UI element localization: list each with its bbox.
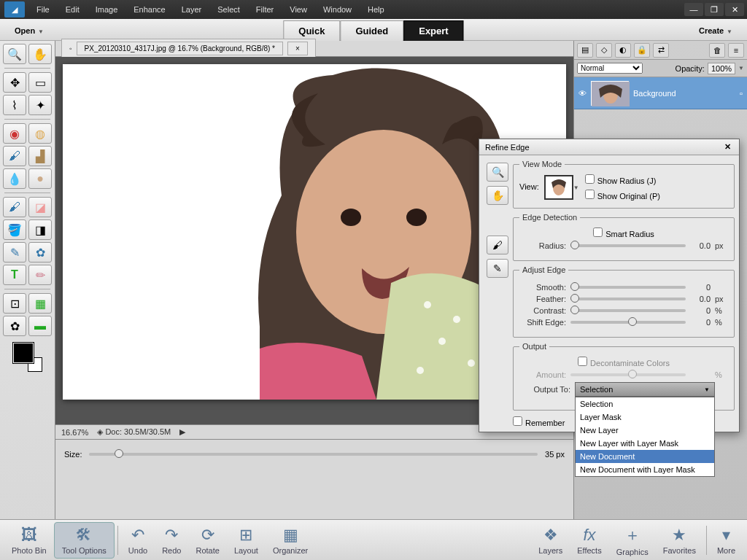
photo-bin-button[interactable]: 🖼Photo Bin	[4, 523, 54, 558]
new-layer-icon[interactable]: ▤	[577, 43, 593, 58]
smart-brush-tool[interactable]: 🖌	[3, 146, 26, 166]
zoom-level[interactable]: 16.67%	[61, 428, 88, 437]
shape-tool[interactable]: ✿	[28, 242, 52, 262]
graphics-icon: ＋	[624, 524, 640, 546]
blur-tool[interactable]: 💧	[3, 168, 26, 189]
link-icon[interactable]: ⇄	[653, 43, 669, 58]
color-swatches[interactable]	[13, 343, 42, 372]
move-tool[interactable]: ✥	[3, 72, 26, 93]
eraser-tool[interactable]: ◪	[28, 197, 52, 217]
more-button[interactable]: ▾More	[710, 523, 743, 558]
graphics-button[interactable]: ＋Graphics	[609, 521, 656, 559]
minimize-button[interactable]: —	[684, 3, 703, 16]
refine-brush-icon[interactable]: 🖌	[487, 236, 508, 254]
scroll-arrow-icon[interactable]: ▶	[179, 427, 185, 437]
healing-tool[interactable]: ◍	[28, 123, 52, 144]
layer-thumbnail	[591, 81, 629, 106]
size-slider[interactable]	[89, 453, 538, 456]
chevron-down-icon[interactable]: ▼	[738, 65, 744, 71]
sponge-tool[interactable]: ●	[28, 168, 52, 189]
decontaminate-checkbox[interactable]: Decontaminate Colors	[578, 359, 670, 368]
fill-tool[interactable]: 🪣	[3, 219, 26, 240]
radius-slider[interactable]	[570, 244, 686, 247]
restore-button[interactable]: ❐	[705, 3, 724, 16]
hand-tool-icon[interactable]: ✋	[487, 186, 508, 205]
adjustment-icon[interactable]: ◐	[615, 43, 631, 58]
quick-select-tool[interactable]: ✦	[28, 95, 52, 115]
menu-select[interactable]: Select	[210, 2, 247, 17]
output-to-dropdown[interactable]: Selection Selection Layer Mask New Layer…	[575, 382, 715, 397]
zoom-tool-icon[interactable]: 🔍	[487, 163, 508, 182]
undo-button[interactable]: ↶Undo	[121, 523, 155, 558]
zoom-tool[interactable]: 🔍	[3, 44, 26, 64]
show-radius-checkbox[interactable]: Show Radius (J)	[585, 174, 660, 185]
recompose-tool[interactable]: ▦	[28, 293, 52, 314]
pencil-tool[interactable]: ✏	[28, 265, 52, 285]
trash-icon[interactable]: 🗑	[709, 43, 725, 58]
feather-slider[interactable]	[570, 298, 686, 300]
menu-view[interactable]: View	[282, 2, 314, 17]
chevron-down-icon[interactable]: ▼	[573, 184, 579, 191]
menu-edit[interactable]: Edit	[58, 2, 87, 17]
erase-refine-icon[interactable]: ✎	[487, 259, 508, 278]
document-tab[interactable]: ◦ PX_20120310_4317J.jpg @ 16.7% (Backgro…	[61, 39, 316, 58]
shift-slider[interactable]	[570, 321, 686, 324]
marquee-tool[interactable]: ▭	[28, 72, 52, 93]
output-option[interactable]: New Layer	[576, 424, 714, 437]
organizer-button[interactable]: ▦Organizer	[266, 523, 315, 558]
open-button[interactable]: Open ▼	[9, 21, 50, 39]
crop-tool[interactable]: ⊡	[3, 293, 26, 314]
type-tool[interactable]: T	[3, 265, 26, 285]
menu-help[interactable]: Help	[360, 2, 392, 17]
opacity-value[interactable]: 100%	[708, 63, 735, 74]
dialog-titlebar[interactable]: Refine Edge ✕	[479, 139, 739, 155]
output-option[interactable]: New Document	[576, 450, 714, 463]
menu-image[interactable]: Image	[88, 2, 125, 17]
show-original-checkbox[interactable]: Show Original (P)	[585, 190, 660, 201]
favorites-button[interactable]: ★Favorites	[656, 523, 703, 558]
blend-mode-select[interactable]: Normal	[577, 63, 643, 74]
redeye-tool[interactable]: ◉	[3, 123, 26, 144]
layer-row-background[interactable]: 👁 Background ▫	[574, 77, 747, 109]
output-option[interactable]: New Document with Layer Mask	[576, 463, 714, 476]
menu-window[interactable]: Window	[316, 2, 359, 17]
redo-button[interactable]: ↷Redo	[155, 523, 188, 558]
menu-enhance[interactable]: Enhance	[126, 2, 172, 17]
lasso-tool[interactable]: ⌇	[3, 95, 26, 115]
eyedropper-tool[interactable]: ✎	[3, 242, 26, 262]
remember-checkbox[interactable]: Remember	[513, 416, 565, 427]
menu-layer[interactable]: Layer	[174, 2, 209, 17]
tab-expert[interactable]: Expert	[403, 20, 463, 42]
cookie-cutter-tool[interactable]: ✿	[3, 316, 26, 336]
menu-file[interactable]: File	[29, 2, 57, 17]
close-tab-icon[interactable]: ×	[287, 42, 308, 55]
brush-tool[interactable]: 🖌	[3, 197, 26, 217]
effects-button[interactable]: fxEffects	[570, 523, 608, 558]
gradient-tool[interactable]: ◨	[28, 219, 52, 240]
new-group-icon[interactable]: ◇	[596, 43, 612, 58]
layers-button[interactable]: ❖Layers	[531, 523, 570, 558]
clone-stamp-tool[interactable]: ▟	[28, 146, 52, 166]
rotate-button[interactable]: ⟳Rotate	[188, 523, 226, 558]
amount-slider[interactable]	[570, 373, 686, 376]
close-button[interactable]: ✕	[725, 3, 744, 16]
visibility-icon[interactable]: 👁	[578, 89, 587, 98]
output-option[interactable]: Layer Mask	[576, 411, 714, 424]
output-option[interactable]: New Layer with Layer Mask	[576, 437, 714, 450]
tool-options-button[interactable]: 🛠Tool Options	[54, 522, 115, 559]
straighten-tool[interactable]: ▬	[28, 316, 52, 336]
output-option[interactable]: Selection	[576, 397, 714, 411]
lock-icon[interactable]: 🔒	[634, 43, 650, 58]
hand-tool[interactable]: ✋	[28, 44, 52, 64]
create-button[interactable]: Create ▼	[693, 21, 738, 39]
smart-radius-checkbox[interactable]: Smart Radius	[593, 230, 654, 238]
layout-button[interactable]: ⊞Layout	[227, 523, 266, 558]
panel-menu-icon[interactable]: ≡	[728, 43, 744, 58]
dialog-close-button[interactable]: ✕	[721, 141, 733, 153]
tab-guided[interactable]: Guided	[340, 20, 403, 42]
smooth-slider[interactable]	[570, 286, 686, 289]
opacity-label: Opacity:	[676, 64, 705, 73]
menu-filter[interactable]: Filter	[249, 2, 281, 17]
contrast-slider[interactable]	[570, 309, 686, 312]
view-thumbnail[interactable]	[544, 175, 573, 200]
